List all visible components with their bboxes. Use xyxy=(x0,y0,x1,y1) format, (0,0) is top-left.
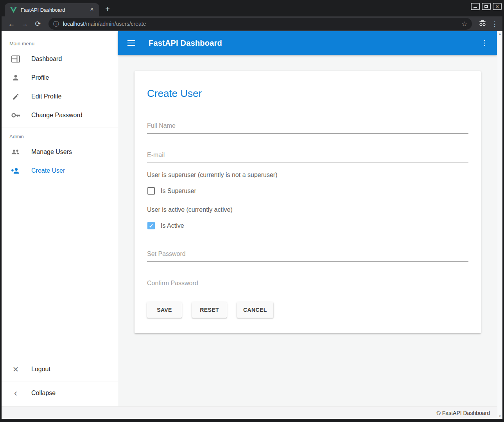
people-icon xyxy=(11,147,20,157)
reload-icon[interactable]: ⟳ xyxy=(32,18,43,29)
url-host: localhost xyxy=(63,21,84,27)
checkbox-label: Is Superuser xyxy=(161,188,196,195)
sidebar-item-manage-users[interactable]: Manage Users xyxy=(2,143,118,161)
sidebar-item-label: Change Password xyxy=(31,112,83,119)
is-superuser-checkbox-row[interactable]: Is Superuser xyxy=(147,187,468,195)
sidebar-item-label: Manage Users xyxy=(31,148,72,156)
cancel-button[interactable]: CANCEL xyxy=(237,302,273,318)
sidebar-item-collapse[interactable]: ‹ Collapse xyxy=(2,384,118,402)
url-path: /main/admin/users/create xyxy=(84,21,146,27)
active-note: User is active (currently active) xyxy=(147,206,468,213)
sidebar: Main menu Dashboard Profile xyxy=(2,31,118,406)
sidebar-item-dashboard[interactable]: Dashboard xyxy=(2,50,118,68)
page-info-icon[interactable]: ⓘ xyxy=(53,20,59,28)
is-active-checkbox-row[interactable]: ✓ Is Active xyxy=(147,222,468,229)
close-icon: ✕ xyxy=(11,365,20,374)
vertical-scrollbar[interactable]: ▲ ▼ xyxy=(497,31,502,419)
browser-toolbar: ← → ⟳ ⓘ localhost /main/admin/users/crea… xyxy=(2,16,502,31)
bookmark-star-icon[interactable]: ☆ xyxy=(461,20,467,28)
maximize-button[interactable] xyxy=(482,3,491,10)
sidebar-item-edit-profile[interactable]: Edit Profile xyxy=(2,87,118,106)
sidebar-item-profile[interactable]: Profile xyxy=(2,68,118,87)
form-actions: SAVE RESET CANCEL xyxy=(147,302,468,318)
content-area: Create User User is superuser (currently… xyxy=(118,55,497,406)
scroll-up-icon[interactable]: ▲ xyxy=(499,32,502,36)
section-label-admin: Admin xyxy=(2,130,118,143)
sidebar-item-label: Logout xyxy=(31,366,50,373)
browser-window: FastAPI Dashboard × + ✕ ← → ⟳ ⓘ localhos… xyxy=(0,0,504,422)
tab-close-icon[interactable]: × xyxy=(88,6,95,13)
browser-menu-icon[interactable]: ⋮ xyxy=(490,20,499,28)
sidebar-divider xyxy=(2,381,118,381)
reset-button[interactable]: RESET xyxy=(192,302,227,318)
vue-favicon-icon xyxy=(10,7,17,13)
sidebar-item-change-password[interactable]: Change Password xyxy=(2,106,118,125)
window-close-button[interactable]: ✕ xyxy=(493,3,502,10)
hamburger-menu-icon[interactable] xyxy=(127,40,135,46)
person-add-icon xyxy=(11,166,20,175)
copyright-text: © FastAPI Dashboard xyxy=(437,410,490,416)
create-user-card: Create User User is superuser (currently… xyxy=(135,71,481,333)
window-controls: ✕ xyxy=(471,3,502,10)
appbar-title: FastAPI Dashboard xyxy=(149,39,222,48)
sidebar-item-label: Edit Profile xyxy=(31,93,61,100)
sidebar-item-label: Create User xyxy=(31,167,65,174)
incognito-icon xyxy=(477,19,488,29)
sidebar-divider xyxy=(2,127,118,127)
dashboard-icon xyxy=(11,54,20,64)
is-active-checkbox[interactable]: ✓ xyxy=(147,222,155,229)
sidebar-item-label: Dashboard xyxy=(31,55,62,63)
minimize-button[interactable] xyxy=(471,3,480,10)
forward-icon[interactable]: → xyxy=(19,18,30,29)
address-bar[interactable]: ⓘ localhost /main/admin/users/create ☆ xyxy=(48,18,472,30)
checkbox-label: Is Active xyxy=(161,222,184,229)
main-area: FastAPI Dashboard ⋮ Create User User is … xyxy=(118,31,497,406)
sidebar-item-label: Collapse xyxy=(31,390,56,397)
chevron-left-icon: ‹ xyxy=(11,388,20,398)
sidebar-item-logout[interactable]: ✕ Logout xyxy=(2,360,118,379)
new-tab-button[interactable]: + xyxy=(102,4,113,14)
set-password-field[interactable] xyxy=(147,248,468,262)
is-superuser-checkbox[interactable] xyxy=(147,187,155,195)
confirm-password-field[interactable] xyxy=(147,277,468,291)
pencil-icon xyxy=(11,92,20,101)
page-title: Create User xyxy=(147,88,468,100)
scroll-down-icon[interactable]: ▼ xyxy=(499,415,502,418)
superuser-note: User is superuser (currently is not a su… xyxy=(147,172,468,179)
browser-titlebar: FastAPI Dashboard × + ✕ xyxy=(0,0,504,16)
page-footer: © FastAPI Dashboard xyxy=(2,406,502,419)
browser-tab[interactable]: FastAPI Dashboard × xyxy=(5,3,99,16)
key-icon xyxy=(11,111,20,120)
tab-title: FastAPI Dashboard xyxy=(21,7,88,13)
person-icon xyxy=(11,73,20,82)
back-icon[interactable]: ← xyxy=(6,18,17,29)
save-button[interactable]: SAVE xyxy=(147,302,182,318)
appbar-menu-icon[interactable]: ⋮ xyxy=(480,39,489,47)
appbar: FastAPI Dashboard ⋮ xyxy=(118,31,497,55)
full-name-field[interactable] xyxy=(147,120,468,134)
email-field[interactable] xyxy=(147,149,468,163)
page-viewport: Main menu Dashboard Profile xyxy=(2,31,502,419)
sidebar-item-label: Profile xyxy=(31,74,49,81)
section-label-main-menu: Main menu xyxy=(2,37,118,50)
sidebar-item-create-user[interactable]: Create User xyxy=(2,161,118,180)
